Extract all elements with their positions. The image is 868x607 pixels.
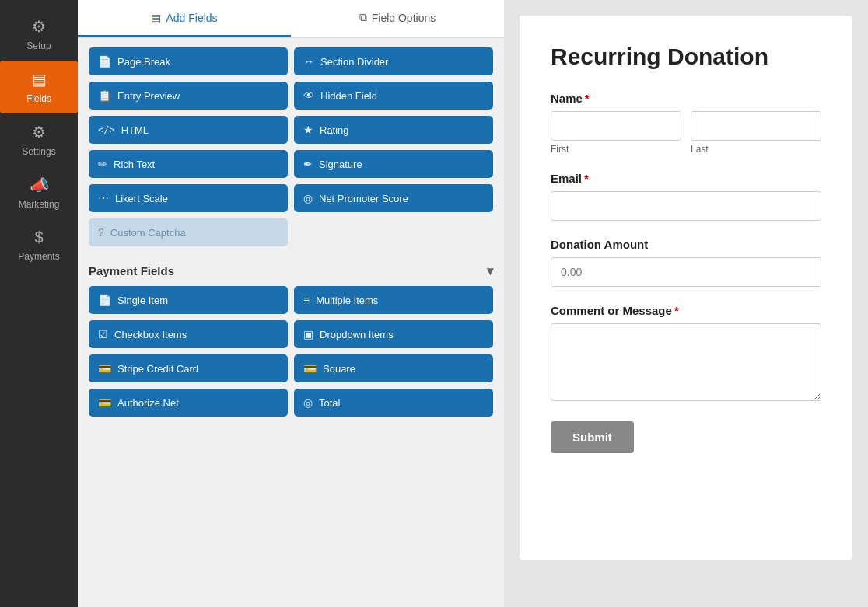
donation-amount-input[interactable] bbox=[551, 257, 821, 287]
likert-scale-icon: ⋯ bbox=[98, 192, 109, 204]
net-promoter-score-icon: ◎ bbox=[303, 192, 313, 204]
total-icon: ◎ bbox=[303, 396, 313, 409]
field-options-icon: ⧉ bbox=[359, 11, 367, 24]
settings-icon: ⚙ bbox=[32, 123, 46, 141]
custom-captcha-icon: ? bbox=[98, 226, 104, 239]
sidebar-item-settings-label: Settings bbox=[22, 146, 55, 157]
name-last-label: Last bbox=[691, 144, 821, 155]
sidebar-item-fields-label: Fields bbox=[26, 93, 51, 104]
tab-add-fields[interactable]: ▤ Add Fields bbox=[78, 0, 291, 37]
donation-amount-label: Donation Amount bbox=[551, 238, 821, 251]
field-btn-square[interactable]: 💳 Square bbox=[294, 354, 493, 382]
field-btn-net-promoter-score[interactable]: ◎ Net Promoter Score bbox=[294, 184, 493, 212]
sidebar-item-payments-label: Payments bbox=[18, 251, 59, 262]
payments-icon: $ bbox=[34, 228, 43, 246]
field-btn-multiple-items[interactable]: ≡ Multiple Items bbox=[294, 286, 493, 314]
field-btn-custom-captcha[interactable]: ? Custom Captcha bbox=[89, 218, 288, 246]
field-btn-stripe-credit-card[interactable]: 💳 Stripe Credit Card bbox=[89, 354, 288, 382]
name-label: Name* bbox=[551, 92, 821, 105]
payment-fields-chevron: ▾ bbox=[487, 263, 493, 278]
entry-preview-icon: 📋 bbox=[98, 89, 111, 102]
signature-icon: ✒ bbox=[303, 158, 313, 170]
payment-fields-grid: 📄 Single Item ≡ Multiple Items ☑ Checkbo… bbox=[89, 286, 493, 417]
rich-text-icon: ✏ bbox=[98, 158, 107, 170]
setup-icon: ⚙ bbox=[32, 17, 46, 36]
sidebar-item-settings[interactable]: ⚙ Settings bbox=[0, 113, 78, 166]
sidebar-item-marketing[interactable]: 📣 Marketing bbox=[0, 166, 78, 219]
stripe-credit-card-icon: 💳 bbox=[98, 362, 111, 375]
advanced-fields-grid: 📄 Page Break ↔ Section Divider 📋 Entry P… bbox=[89, 47, 493, 246]
name-row: First Last bbox=[551, 111, 821, 155]
sidebar-item-marketing-label: Marketing bbox=[19, 199, 60, 210]
field-btn-authorize-net[interactable]: 💳 Authorize.Net bbox=[89, 389, 288, 417]
rating-icon: ★ bbox=[303, 124, 313, 136]
sidebar-item-payments[interactable]: $ Payments bbox=[0, 219, 78, 271]
field-btn-single-item[interactable]: 📄 Single Item bbox=[89, 286, 288, 314]
sidebar: ⚙ Setup ▤ Fields ⚙ Settings 📣 Marketing … bbox=[0, 0, 78, 607]
field-btn-html[interactable]: </> HTML bbox=[89, 116, 288, 144]
form-field-donation-amount: Donation Amount bbox=[551, 238, 821, 287]
name-first-label: First bbox=[551, 144, 681, 155]
tab-field-options[interactable]: ⧉ Field Options bbox=[291, 0, 504, 37]
email-input[interactable] bbox=[551, 191, 821, 221]
form-preview: Recurring Donation Name* First Last bbox=[504, 0, 868, 607]
field-btn-dropdown-items[interactable]: ▣ Dropdown Items bbox=[294, 320, 493, 348]
fields-icon: ▤ bbox=[32, 70, 47, 89]
email-required-star: * bbox=[584, 172, 589, 185]
payment-fields-section-header[interactable]: Payment Fields ▾ bbox=[89, 253, 493, 286]
email-label: Email* bbox=[551, 172, 821, 185]
tab-bar: ▤ Add Fields ⧉ Field Options bbox=[78, 0, 504, 38]
field-btn-rating[interactable]: ★ Rating bbox=[294, 116, 493, 144]
comment-textarea[interactable] bbox=[551, 323, 821, 401]
fields-scroll: 📄 Page Break ↔ Section Divider 📋 Entry P… bbox=[78, 38, 504, 607]
add-fields-icon: ▤ bbox=[151, 12, 161, 24]
name-last-container: Last bbox=[691, 111, 821, 155]
square-icon: 💳 bbox=[303, 362, 317, 375]
fields-panel: ▤ Add Fields ⧉ Field Options 📄 Page Brea… bbox=[78, 0, 504, 607]
comment-required-star: * bbox=[674, 304, 679, 317]
single-item-icon: 📄 bbox=[98, 294, 111, 306]
name-first-container: First bbox=[551, 111, 681, 155]
hidden-field-icon: 👁 bbox=[303, 89, 314, 102]
field-btn-hidden-field[interactable]: 👁 Hidden Field bbox=[294, 82, 493, 110]
field-btn-signature[interactable]: ✒ Signature bbox=[294, 150, 493, 178]
field-btn-total[interactable]: ◎ Total bbox=[294, 389, 493, 417]
form-field-email: Email* bbox=[551, 172, 821, 221]
form-title: Recurring Donation bbox=[551, 44, 821, 70]
sidebar-item-setup[interactable]: ⚙ Setup bbox=[0, 8, 78, 61]
multiple-items-icon: ≡ bbox=[303, 294, 310, 306]
authorize-net-icon: 💳 bbox=[98, 396, 111, 409]
form-field-name: Name* First Last bbox=[551, 92, 821, 155]
field-btn-section-divider[interactable]: ↔ Section Divider bbox=[294, 47, 493, 75]
field-btn-likert-scale[interactable]: ⋯ Likert Scale bbox=[89, 184, 288, 212]
comment-label: Comment or Message* bbox=[551, 304, 821, 317]
marketing-icon: 📣 bbox=[30, 176, 49, 194]
name-first-input[interactable] bbox=[551, 111, 681, 141]
main-panel: ▤ Add Fields ⧉ Field Options 📄 Page Brea… bbox=[78, 0, 868, 607]
page-break-icon: 📄 bbox=[98, 55, 111, 68]
section-divider-icon: ↔ bbox=[303, 55, 314, 68]
field-btn-entry-preview[interactable]: 📋 Entry Preview bbox=[89, 82, 288, 110]
sidebar-item-fields[interactable]: ▤ Fields bbox=[0, 61, 78, 113]
name-last-input[interactable] bbox=[691, 111, 821, 141]
sidebar-item-setup-label: Setup bbox=[26, 40, 51, 51]
name-required-star: * bbox=[585, 92, 590, 105]
field-btn-rich-text[interactable]: ✏ Rich Text bbox=[89, 150, 288, 178]
html-icon: </> bbox=[98, 124, 115, 135]
checkbox-items-icon: ☑ bbox=[98, 328, 108, 340]
dropdown-items-icon: ▣ bbox=[303, 328, 313, 340]
form-field-comment: Comment or Message* bbox=[551, 304, 821, 404]
field-btn-checkbox-items[interactable]: ☑ Checkbox Items bbox=[89, 320, 288, 348]
submit-button[interactable]: Submit bbox=[551, 421, 634, 453]
form-card: Recurring Donation Name* First Last bbox=[520, 16, 852, 560]
field-btn-page-break[interactable]: 📄 Page Break bbox=[89, 47, 288, 75]
